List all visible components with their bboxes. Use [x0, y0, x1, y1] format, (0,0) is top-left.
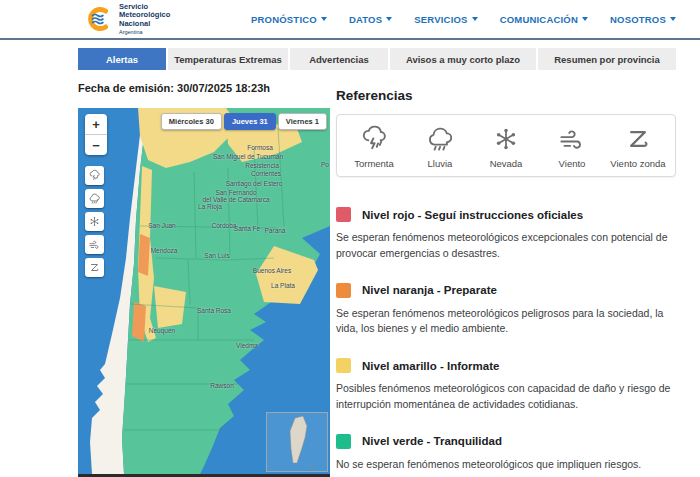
city-label: Viedma — [236, 342, 258, 349]
city-label: San Fernandodel Valle de Catamarca — [202, 189, 269, 204]
city-label: Rawson — [210, 382, 233, 389]
level-verde: Nivel verde - Tranquilidad No se esperan… — [336, 434, 676, 473]
day-tab-jueves-31[interactable]: Jueves 31 — [224, 113, 276, 130]
city-label: Córdoba — [212, 222, 237, 229]
tab-avisos-corto-plazo[interactable]: Avisos a muy corto plazo — [390, 48, 536, 70]
red-level-swatch — [336, 207, 351, 222]
level-rojo: Nivel rojo - Seguí instrucciones oficial… — [336, 207, 676, 262]
zonda-icon — [623, 124, 653, 154]
legend-lluvia: Lluvia — [407, 124, 473, 169]
main-nav: PRONÓSTICO DATOS SERVICIOS COMUNICACIÓN … — [251, 0, 676, 38]
smn-logo[interactable]: Servicio Meteorológico Nacional Argentin… — [84, 3, 170, 35]
legend-viento: Viento — [539, 124, 605, 169]
yellow-level-swatch — [336, 358, 351, 373]
nav-datos[interactable]: DATOS — [349, 14, 392, 25]
tab-alertas[interactable]: Alertas — [78, 48, 166, 70]
nav-comunicacion[interactable]: COMUNICACIÓN — [500, 14, 588, 25]
rain-filter-button[interactable] — [85, 189, 104, 208]
rain-icon — [425, 124, 455, 154]
map-phenomena-filters — [85, 166, 104, 277]
city-label: Santa Rosa — [197, 307, 231, 314]
chevron-down-icon — [670, 17, 676, 21]
tab-temperaturas-extremas[interactable]: Temperaturas Extremas — [168, 48, 288, 70]
city-label: Santiago del Estero — [226, 180, 283, 187]
city-label: Buenos Aires — [253, 267, 291, 274]
snow-icon — [88, 215, 101, 228]
orange-level-swatch — [336, 283, 351, 298]
chevron-down-icon — [582, 17, 588, 21]
day-tab-miercoles-30[interactable]: Miércoles 30 — [161, 113, 222, 130]
level-rojo-description: Se esperan fenómenos meteorológicos exce… — [336, 230, 676, 262]
overview-minimap[interactable] — [266, 412, 328, 472]
map-day-tabs: Miércoles 30 Jueves 31 Viernes 1 — [161, 113, 327, 130]
level-verde-description: No se esperan fenómenos meteorológicos q… — [336, 457, 676, 473]
city-label: Resistencia — [245, 162, 279, 169]
references-panel: Referencias Tormenta Lluvia Nevada Vient… — [336, 88, 676, 477]
storm-filter-button[interactable] — [85, 166, 104, 185]
storm-icon — [88, 169, 101, 182]
wind-icon — [88, 238, 101, 251]
storm-icon — [359, 124, 389, 154]
chevron-down-icon — [321, 17, 327, 21]
alert-levels: Nivel rojo - Seguí instrucciones oficial… — [336, 207, 676, 472]
site-header: Servicio Meteorológico Nacional Argentin… — [0, 0, 700, 40]
city-label: Mendoza — [151, 247, 178, 254]
zonda-icon — [88, 261, 101, 274]
chevron-down-icon — [386, 17, 392, 21]
zoom-out-button[interactable]: − — [85, 135, 107, 155]
nav-pronostico[interactable]: PRONÓSTICO — [251, 14, 327, 25]
tab-advertencias[interactable]: Advertencias — [290, 48, 388, 70]
green-level-swatch — [336, 434, 351, 449]
snow-icon — [491, 124, 521, 154]
city-label: Paraná — [265, 227, 286, 234]
wind-filter-button[interactable] — [85, 235, 104, 254]
legend-tormenta: Tormenta — [341, 124, 407, 169]
chevron-down-icon — [472, 17, 478, 21]
wind-icon — [557, 124, 587, 154]
level-naranja: Nivel naranja - Preparate Se esperan fen… — [336, 283, 676, 338]
city-label: Neuquén — [149, 327, 175, 334]
minimap-argentina-icon — [267, 413, 327, 471]
legend-viento-zonda: Viento zonda — [605, 124, 671, 169]
emission-date: Fecha de emisión: 30/07/2025 18:23h — [78, 82, 270, 94]
city-label: La Rioja — [198, 203, 222, 210]
level-amarillo-description: Posibles fenómenos meteorológicos con ca… — [336, 381, 676, 413]
logo-wordmark: Servicio Meteorológico Nacional Argentin… — [119, 3, 170, 35]
city-label: Po — [321, 161, 329, 168]
nav-nosotros[interactable]: NOSOTROS — [610, 14, 676, 25]
city-label: San Juan — [148, 222, 175, 229]
references-title: Referencias — [336, 88, 676, 103]
city-label: Corrientes — [251, 170, 281, 177]
city-label: Santa Fe — [234, 225, 260, 232]
nav-servicios[interactable]: SERVICIOS — [414, 14, 477, 25]
level-amarillo: Nivel amarillo - Informate Posibles fenó… — [336, 358, 676, 413]
day-tab-viernes-1[interactable]: Viernes 1 — [278, 113, 327, 130]
map-zoom-control: + − — [85, 114, 107, 155]
tab-resumen-provincia[interactable]: Resumen por provincia — [538, 48, 676, 70]
city-label: San Miguel de Tucumán — [213, 153, 283, 160]
snow-filter-button[interactable] — [85, 212, 104, 231]
alerts-map[interactable]: FormosaSan Miguel de TucumánResistenciaC… — [78, 108, 330, 477]
smn-alerts-page: Servicio Meteorológico Nacional Argentin… — [0, 0, 700, 477]
city-label: Formosa — [247, 144, 273, 151]
zoom-in-button[interactable]: + — [85, 114, 107, 135]
smn-sun-icon — [84, 4, 114, 34]
section-tabs: Alertas Temperaturas Extremas Advertenci… — [78, 48, 676, 70]
rain-icon — [88, 192, 101, 205]
city-label: La Plata — [271, 282, 295, 289]
level-naranja-description: Se esperan fenómenos meteorológicos peli… — [336, 306, 676, 338]
legend-nevada: Nevada — [473, 124, 539, 169]
city-label: San Luis — [204, 252, 229, 259]
phenomena-legend: Tormenta Lluvia Nevada Viento Viento zon… — [336, 114, 676, 177]
zonda-filter-button[interactable] — [85, 258, 104, 277]
